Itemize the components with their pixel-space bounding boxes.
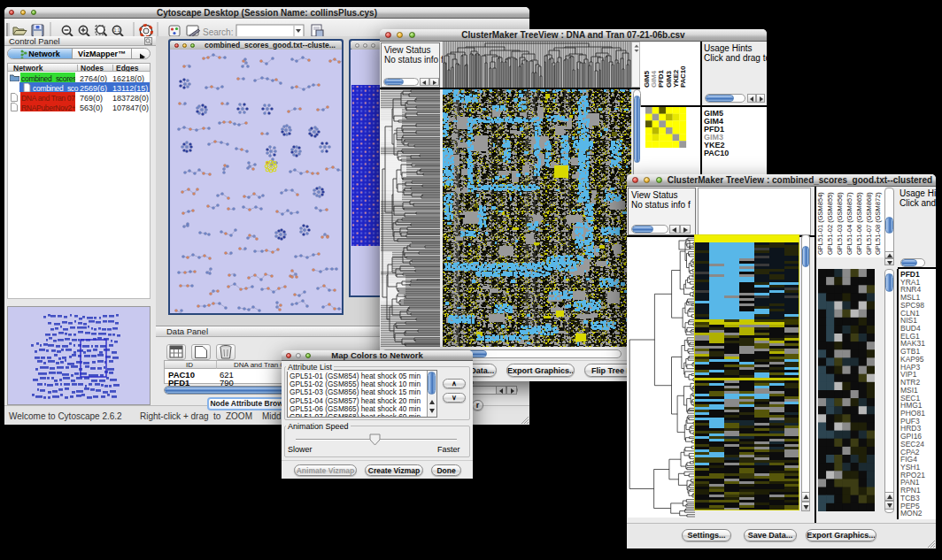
svg-text:GPL51-07 (GSM868): GPL51-07 (GSM868) [865, 192, 873, 255]
svg-text:GPL51-08 (GSM872): GPL51-08 (GSM872) [874, 192, 882, 255]
svg-text:GPL51-06 (GSM865): GPL51-06 (GSM865) [855, 192, 863, 255]
svg-text:GPL51-04 (GSM857): GPL51-04 (GSM857) [845, 192, 853, 255]
svg-text:GPL51-02 (GSM855): GPL51-02 (GSM855) [826, 192, 834, 255]
svg-text:1:1: 1:1 [114, 27, 120, 33]
svg-text:PAC10: PAC10 [679, 65, 687, 88]
svg-text:GPL51-01 (GSM854): GPL51-01 (GSM854) [816, 192, 824, 255]
svg-text:GPL51-03 (GSM856): GPL51-03 (GSM856) [836, 192, 844, 255]
